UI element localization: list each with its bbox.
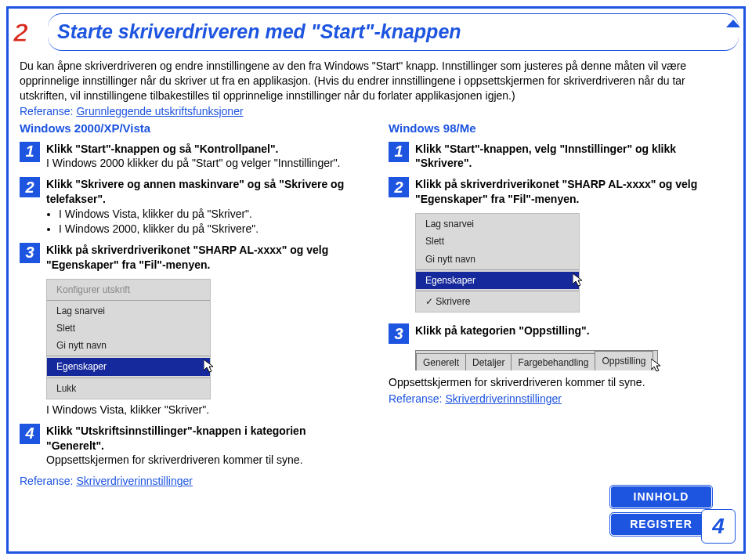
page-title: Starte skriverdriveren med "Start"-knapp… [57, 19, 726, 45]
right-column: Windows 98/Me 1 Klikk "Start"-knappen, v… [389, 121, 732, 489]
step-bullet: I Windows 2000, klikker du på "Skrivere"… [59, 222, 363, 237]
tabs-screenshot: Generelt Detaljer Fargebehandling Oppsti… [415, 350, 658, 370]
right-step-3: 3 Klikk på kategorien "Oppstilling". [389, 323, 732, 344]
menu-item-label: Egenskaper [56, 361, 107, 372]
step-strong: Klikk "Start"-knappen, velg "Innstilling… [415, 142, 732, 172]
tab: Generelt [416, 353, 466, 370]
left-column-title: Windows 2000/XP/Vista [20, 121, 363, 136]
left-step-1: 1 Klikk "Start"-knappen og så "Kontrollp… [20, 142, 363, 172]
step-strong: Klikk på skriverdriverikonet "SHARP AL-x… [46, 243, 363, 273]
step-bullet: I Windows Vista, klikker du på "Skriver"… [59, 207, 363, 222]
step-body: Klikk "Start"-knappen, velg "Innstilling… [415, 142, 732, 172]
step-note: I Windows Vista, klikker "Skriver". [46, 403, 363, 417]
scroll-arrow-icon [726, 16, 740, 31]
title-pill: Starte skriverdriveren med "Start"-knapp… [48, 13, 739, 51]
step-strong: Klikk på skriverdriverikonet "SHARP AL-x… [415, 177, 732, 207]
step-sub: Oppsettskjermen for skriverdriveren komm… [46, 453, 363, 468]
menu-item: Gi nytt navn [47, 337, 210, 354]
nav-buttons: INNHOLD REGISTER [610, 486, 712, 536]
svg-marker-3 [651, 359, 660, 371]
step-number: 1 [20, 142, 40, 162]
step-number: 2 [389, 177, 409, 197]
tab: Fargebehandling [511, 353, 595, 370]
left-column: Windows 2000/XP/Vista 1 Klikk "Start"-kn… [20, 121, 363, 489]
reference-link[interactable]: Skriverdriverinnstillinger [445, 392, 562, 405]
step-number: 3 [20, 243, 40, 263]
menu-item: Slett [47, 320, 210, 337]
step-strong: Klikk "Start"-knappen og så "Kontrollpan… [46, 142, 363, 157]
content: Du kan åpne skriverdriveren og endre inn… [9, 56, 743, 490]
menu-item: Gi nytt navn [416, 251, 579, 268]
context-menu-screenshot: Konfigurer utskrift Lag snarvei Slett Gi… [46, 279, 211, 399]
left-step-3: 3 Klikk på skriverdriverikonet "SHARP AL… [20, 243, 363, 273]
step-body: Klikk på kategorien "Oppstilling". [415, 323, 732, 338]
left-reference-line: Referanse: Skriverdriverinnstillinger [20, 474, 363, 489]
step-strong: Klikk på kategorien "Oppstilling". [415, 323, 732, 338]
columns: Windows 2000/XP/Vista 1 Klikk "Start"-kn… [20, 121, 732, 489]
step-body: Klikk på skriverdriverikonet "SHARP AL-x… [46, 243, 363, 273]
reference-link[interactable]: Grunnleggende utskriftsfunksjoner [76, 105, 243, 117]
intro-text: Du kan åpne skriverdriveren og endre inn… [20, 59, 732, 103]
step-number: 2 [20, 177, 40, 197]
step-body: Klikk "Start"-knappen og så "Kontrollpan… [46, 142, 363, 172]
cursor-icon [651, 359, 662, 373]
reference-label: Referanse: [389, 392, 442, 405]
step-number: 1 [389, 142, 409, 162]
menu-item: Lag snarvei [47, 302, 210, 320]
right-step-2: 2 Klikk på skriverdriverikonet "SHARP AL… [389, 177, 732, 207]
reference-label: Referanse: [20, 105, 73, 117]
step-body: Klikk "Utskriftsinnstillinger"-knappen i… [46, 424, 363, 468]
step-strong: Klikk "Utskriftsinnstillinger"-knappen i… [46, 424, 363, 453]
cursor-icon [204, 359, 215, 374]
register-button[interactable]: REGISTER [610, 513, 712, 536]
menu-item-selected: Egenskaper [416, 272, 579, 289]
left-step-2: 2 Klikk "Skrivere og annen maskinvare" o… [20, 177, 363, 237]
menu-item: Lag snarvei [416, 215, 579, 233]
right-reference-line: Referanse: Skriverdriverinnstillinger [389, 392, 732, 406]
reference-label: Referanse: [20, 475, 73, 487]
menu-item: Konfigurer utskrift [47, 281, 210, 298]
step-number: 4 [20, 424, 40, 444]
svg-marker-2 [573, 273, 582, 286]
reference-link[interactable]: Skriverdriverinnstillinger [76, 475, 193, 487]
svg-marker-1 [204, 359, 213, 372]
right-step-1: 1 Klikk "Start"-knappen, velg "Innstilli… [389, 142, 732, 172]
menu-item-selected: Egenskaper [47, 358, 210, 375]
menu-item-checked: Skrivere [416, 293, 579, 310]
step-body: Klikk på skriverdriverikonet "SHARP AL-x… [415, 177, 732, 207]
cursor-icon [573, 273, 584, 287]
step-body: Klikk "Skrivere og annen maskinvare" og … [46, 177, 363, 237]
page-frame: 2 Starte skriverdriveren med "Start"-kna… [6, 6, 746, 554]
title-row: 2 Starte skriverdriveren med "Start"-kna… [9, 9, 743, 56]
page-number: 4 [701, 509, 736, 544]
section-number: 2 [13, 19, 40, 45]
innhold-button[interactable]: INNHOLD [610, 486, 712, 508]
step-strong: Klikk "Skrivere og annen maskinvare" og … [46, 177, 363, 207]
menu-item: Lukk [47, 380, 210, 397]
step-note: Oppsettskjermen for skriverdriveren komm… [389, 375, 732, 390]
step-number: 3 [389, 323, 409, 344]
tab: Detaljer [465, 353, 512, 370]
step-sub: I Windows 2000 klikker du på "Start" og … [46, 156, 363, 171]
left-step-4: 4 Klikk "Utskriftsinnstillinger"-knappen… [20, 424, 363, 468]
reference-line: Referanse: Grunnleggende utskriftsfunksj… [20, 104, 732, 119]
context-menu-screenshot: Lag snarvei Slett Gi nytt navn Egenskape… [415, 213, 580, 313]
menu-item: Slett [416, 233, 579, 250]
svg-marker-0 [726, 20, 740, 27]
right-column-title: Windows 98/Me [389, 121, 732, 136]
tab-selected: Oppstilling [595, 351, 653, 370]
menu-item-label: Egenskaper [425, 275, 475, 286]
